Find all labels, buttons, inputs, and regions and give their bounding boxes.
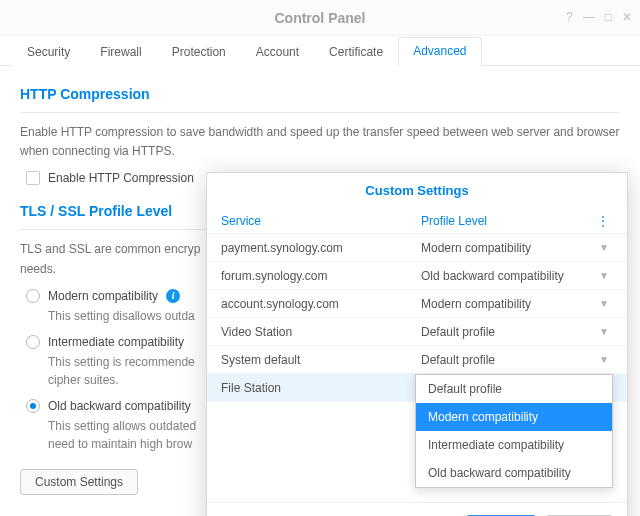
window-title: Control Panel <box>274 10 365 26</box>
cell-service: File Station <box>221 381 421 395</box>
maximize-icon[interactable]: □ <box>605 10 612 24</box>
help-icon[interactable]: ? <box>566 10 573 24</box>
section-divider <box>20 112 620 113</box>
chevron-down-icon: ▼ <box>599 326 609 337</box>
window-titlebar: Control Panel ? — □ ✕ <box>0 0 640 36</box>
dropdown-item-default[interactable]: Default profile <box>416 375 612 403</box>
cell-profile[interactable]: Modern compatibility▼ <box>421 241 613 255</box>
radio-old-input[interactable] <box>26 399 40 413</box>
radio-modern-label: Modern compatibility <box>48 289 158 303</box>
table-row[interactable]: account.synology.com Modern compatibilit… <box>207 290 627 318</box>
cell-service: System default <box>221 353 421 367</box>
minimize-icon[interactable]: — <box>583 10 595 24</box>
cell-profile[interactable]: Default profile▼ <box>421 325 613 339</box>
radio-old-label: Old backward compatibility <box>48 399 191 413</box>
tab-firewall[interactable]: Firewall <box>85 38 156 66</box>
cell-service: account.synology.com <box>221 297 421 311</box>
table-header: Service Profile Level ⋮ <box>207 208 627 234</box>
table-row[interactable]: payment.synology.com Modern compatibilit… <box>207 234 627 262</box>
cell-service: forum.synology.com <box>221 269 421 283</box>
modal-footer: OK Cancel <box>207 502 627 516</box>
cell-profile[interactable]: Default profile▼ <box>421 353 613 367</box>
modal-title: Custom Settings <box>207 173 627 208</box>
tab-bar: Security Firewall Protection Account Cer… <box>0 36 640 66</box>
chevron-down-icon: ▼ <box>599 354 609 365</box>
chevron-down-icon: ▼ <box>599 242 609 253</box>
header-service[interactable]: Service <box>221 214 421 228</box>
header-profile-level[interactable]: Profile Level <box>421 214 487 228</box>
http-compression-desc: Enable HTTP compression to save bandwidt… <box>20 123 620 161</box>
window-controls: ? — □ ✕ <box>566 10 632 24</box>
cell-profile[interactable]: Old backward compatibility▼ <box>421 269 613 283</box>
tab-security[interactable]: Security <box>12 38 85 66</box>
profile-dropdown[interactable]: Default profile Modern compatibility Int… <box>415 374 613 488</box>
chevron-down-icon: ▼ <box>599 270 609 281</box>
column-menu-icon[interactable]: ⋮ <box>593 214 613 228</box>
table-row[interactable]: System default Default profile▼ <box>207 346 627 374</box>
http-compression-title: HTTP Compression <box>20 86 620 102</box>
table-row[interactable]: Video Station Default profile▼ <box>207 318 627 346</box>
enable-http-compression-checkbox[interactable] <box>26 171 40 185</box>
radio-intermediate-label: Intermediate compatibility <box>48 335 184 349</box>
chevron-down-icon: ▼ <box>599 298 609 309</box>
radio-modern-input[interactable] <box>26 289 40 303</box>
radio-intermediate-input[interactable] <box>26 335 40 349</box>
close-icon[interactable]: ✕ <box>622 10 632 24</box>
tab-protection[interactable]: Protection <box>157 38 241 66</box>
cell-service: Video Station <box>221 325 421 339</box>
custom-settings-button[interactable]: Custom Settings <box>20 469 138 495</box>
tab-advanced[interactable]: Advanced <box>398 37 481 66</box>
cell-profile[interactable]: Modern compatibility▼ <box>421 297 613 311</box>
cell-service: payment.synology.com <box>221 241 421 255</box>
tab-account[interactable]: Account <box>241 38 314 66</box>
dropdown-item-modern[interactable]: Modern compatibility <box>416 403 612 431</box>
tab-certificate[interactable]: Certificate <box>314 38 398 66</box>
info-icon[interactable]: i <box>166 289 180 303</box>
table-row[interactable]: forum.synology.com Old backward compatib… <box>207 262 627 290</box>
dropdown-item-intermediate[interactable]: Intermediate compatibility <box>416 431 612 459</box>
dropdown-item-old[interactable]: Old backward compatibility <box>416 459 612 487</box>
enable-http-compression-label: Enable HTTP Compression <box>48 171 194 185</box>
